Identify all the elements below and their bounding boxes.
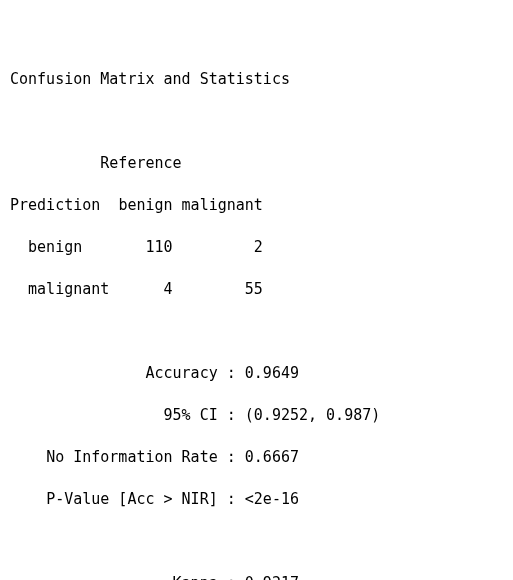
ci-value: (0.9252, 0.987) bbox=[245, 406, 380, 424]
stat-ci: 95% CI : (0.9252, 0.987) bbox=[10, 405, 503, 426]
row-label-benign: benign bbox=[28, 238, 82, 256]
nir-value: 0.6667 bbox=[245, 448, 299, 466]
matrix-row-malignant: malignant 4 55 bbox=[10, 279, 503, 300]
blank-line-3 bbox=[10, 531, 503, 552]
title-line: Confusion Matrix and Statistics bbox=[10, 69, 503, 90]
accuracy-label: Accuracy bbox=[145, 364, 217, 382]
stat-accuracy: Accuracy : 0.9649 bbox=[10, 363, 503, 384]
blank-line-2 bbox=[10, 321, 503, 342]
row-label-malignant: malignant bbox=[28, 280, 109, 298]
reference-label: Reference bbox=[100, 154, 181, 172]
accuracy-value: 0.9649 bbox=[245, 364, 299, 382]
matrix-col-labels-line: Prediction benign malignant bbox=[10, 195, 503, 216]
kappa-label: Kappa bbox=[173, 574, 218, 580]
pvalue-label: P-Value [Acc > NIR] bbox=[46, 490, 218, 508]
prediction-label: Prediction bbox=[10, 196, 100, 214]
stat-pvalue: P-Value [Acc > NIR] : <2e-16 bbox=[10, 489, 503, 510]
col-malignant: malignant bbox=[182, 196, 263, 214]
blank-line bbox=[10, 111, 503, 132]
cell-malignant-malignant: 55 bbox=[245, 280, 263, 298]
matrix-row-benign: benign 110 2 bbox=[10, 237, 503, 258]
ci-label: 95% CI bbox=[164, 406, 218, 424]
stat-kappa: Kappa : 0.9217 bbox=[10, 573, 503, 580]
col-benign: benign bbox=[118, 196, 172, 214]
nir-label: No Information Rate bbox=[46, 448, 218, 466]
kappa-value: 0.9217 bbox=[245, 574, 299, 580]
cell-malignant-benign: 4 bbox=[164, 280, 173, 298]
cell-benign-malignant: 2 bbox=[254, 238, 263, 256]
cell-benign-benign: 110 bbox=[145, 238, 172, 256]
stat-nir: No Information Rate : 0.6667 bbox=[10, 447, 503, 468]
matrix-header-line: Reference bbox=[10, 153, 503, 174]
pvalue-value: <2e-16 bbox=[245, 490, 299, 508]
